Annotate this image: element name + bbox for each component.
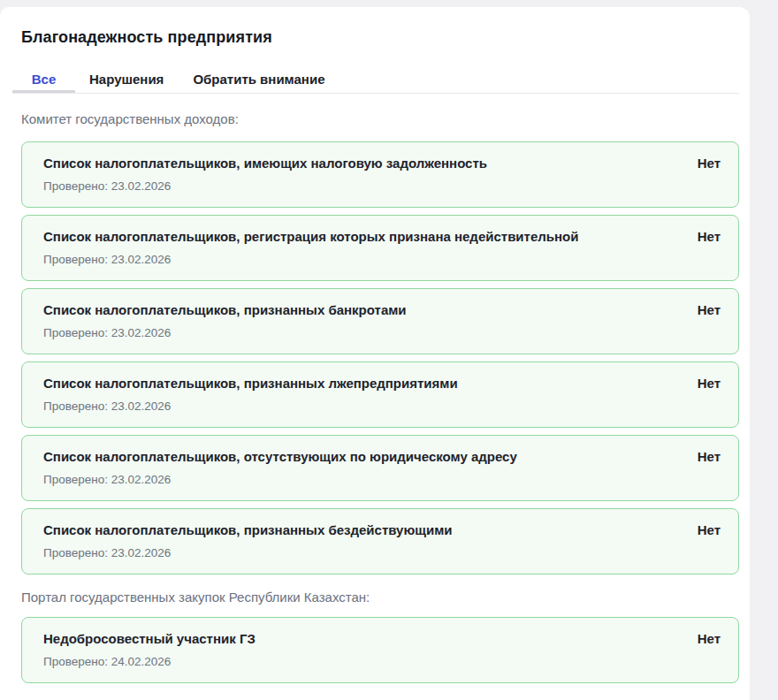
- check-card-title: Список налогоплательщиков, имеющих налог…: [43, 156, 487, 171]
- check-card-result: Нет: [683, 522, 721, 538]
- check-card-date: Проверено: 23.02.2026: [43, 473, 721, 486]
- check-card-title: Список налогоплательщиков, регистрация к…: [43, 229, 578, 245]
- check-card-result: Нет: [683, 449, 721, 465]
- check-card-bankrupt[interactable]: Список налогоплательщиков, признанных ба…: [21, 288, 739, 354]
- check-card-title: Недобросовестный участник ГЗ: [43, 631, 256, 647]
- tab-bar: Все Нарушения Обратить внимание: [12, 71, 739, 94]
- check-card-date: Проверено: 23.02.2026: [43, 179, 721, 193]
- check-card-tax-debt[interactable]: Список налогоплательщиков, имеющих налог…: [21, 141, 739, 208]
- check-card-false-enterprise[interactable]: Список налогоплательщиков, признанных лж…: [21, 361, 739, 428]
- tab-attention[interactable]: Обратить внимание: [193, 72, 324, 94]
- check-card-date: Проверено: 23.02.2026: [43, 253, 721, 266]
- check-card-invalid-registration[interactable]: Список налогоплательщиков, регистрация к…: [21, 215, 739, 281]
- check-card-date: Проверено: 23.02.2026: [43, 399, 721, 413]
- check-card-result: Нет: [683, 156, 721, 171]
- check-card-date: Проверено: 24.02.2026: [43, 655, 721, 668]
- tab-violations[interactable]: Нарушения: [89, 72, 164, 94]
- check-card-inactive[interactable]: Список налогоплательщиков, признанных бе…: [21, 508, 739, 574]
- tab-attention-label: Обратить внимание: [193, 72, 324, 87]
- check-card-title: Список налогоплательщиков, признанных лж…: [43, 376, 458, 392]
- check-card-result: Нет: [683, 229, 721, 245]
- check-card-absent-address[interactable]: Список налогоплательщиков, отсутствующих…: [21, 435, 739, 501]
- check-card-result: Нет: [683, 302, 721, 318]
- tab-all[interactable]: Все: [12, 72, 75, 94]
- tab-violations-label: Нарушения: [89, 72, 164, 87]
- check-card-date: Проверено: 23.02.2026: [43, 326, 721, 339]
- reliability-panel: Благонадежность предприятия Все Нарушени…: [0, 7, 750, 700]
- section-heading-tax-committee: Комитет государственных доходов:: [21, 111, 739, 126]
- check-card-result: Нет: [683, 631, 721, 647]
- check-card-unfair-participant[interactable]: Недобросовестный участник ГЗ Нет Провере…: [21, 617, 739, 683]
- tab-all-label: Все: [32, 72, 57, 87]
- page-title: Благонадежность предприятия: [21, 28, 739, 47]
- tabs-divider: [12, 93, 739, 94]
- section-heading-procurement-portal: Портал государственных закупок Республик…: [21, 590, 739, 605]
- check-card-title: Список налогоплательщиков, отсутствующих…: [43, 449, 517, 465]
- check-card-title: Список налогоплательщиков, признанных ба…: [43, 302, 407, 318]
- check-card-result: Нет: [683, 376, 721, 392]
- check-card-title: Список налогоплательщиков, признанных бе…: [43, 522, 452, 538]
- check-card-date: Проверено: 23.02.2026: [43, 546, 721, 559]
